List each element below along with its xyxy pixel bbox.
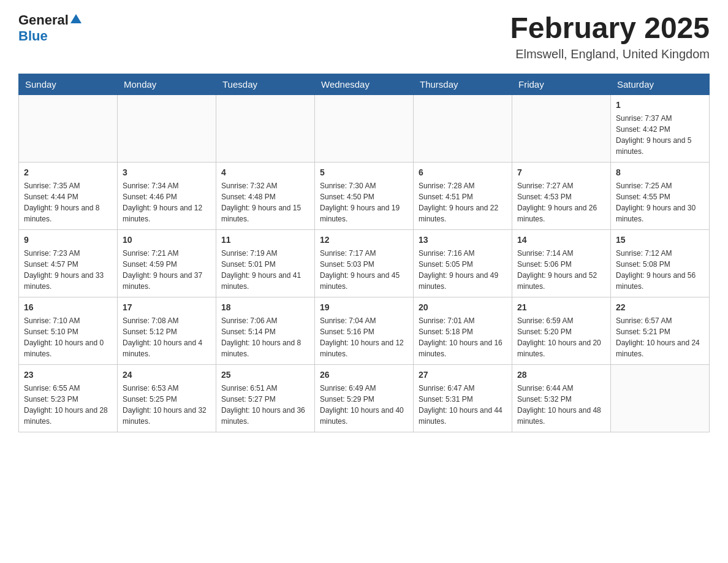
calendar-day-cell: 14Sunrise: 7:14 AM Sunset: 5:06 PM Dayli… (512, 229, 611, 297)
day-number: 27 (419, 369, 507, 381)
calendar-day-cell: 11Sunrise: 7:19 AM Sunset: 5:01 PM Dayli… (216, 229, 315, 297)
day-number: 23 (24, 369, 112, 381)
day-number: 11 (221, 234, 309, 247)
day-of-week-header: Friday (512, 74, 611, 94)
day-number: 5 (320, 166, 408, 179)
day-number: 8 (616, 166, 704, 179)
calendar-day-cell: 24Sunrise: 6:53 AM Sunset: 5:25 PM Dayli… (118, 364, 216, 432)
calendar-day-cell (414, 94, 512, 162)
day-of-week-header: Tuesday (216, 74, 315, 94)
logo-general-text: General (18, 12, 69, 28)
day-number: 21 (517, 301, 605, 314)
day-info: Sunrise: 6:53 AM Sunset: 5:25 PM Dayligh… (123, 383, 211, 427)
day-number: 3 (123, 166, 211, 179)
day-number: 7 (517, 166, 605, 179)
logo-blue-text: Blue (18, 28, 48, 44)
calendar-day-cell: 20Sunrise: 7:01 AM Sunset: 5:18 PM Dayli… (414, 297, 512, 364)
calendar-day-cell: 15Sunrise: 7:12 AM Sunset: 5:08 PM Dayli… (611, 229, 710, 297)
day-info: Sunrise: 7:37 AM Sunset: 4:42 PM Dayligh… (616, 113, 704, 157)
day-info: Sunrise: 7:34 AM Sunset: 4:46 PM Dayligh… (123, 180, 211, 224)
calendar-week-row: 9Sunrise: 7:23 AM Sunset: 4:57 PM Daylig… (19, 229, 710, 297)
calendar-day-cell: 12Sunrise: 7:17 AM Sunset: 5:03 PM Dayli… (315, 229, 414, 297)
day-info: Sunrise: 6:47 AM Sunset: 5:31 PM Dayligh… (419, 383, 507, 427)
day-info: Sunrise: 7:27 AM Sunset: 4:53 PM Dayligh… (517, 180, 605, 224)
day-number: 4 (221, 166, 309, 179)
calendar-week-row: 16Sunrise: 7:10 AM Sunset: 5:10 PM Dayli… (19, 297, 710, 364)
day-info: Sunrise: 7:25 AM Sunset: 4:55 PM Dayligh… (616, 180, 704, 224)
calendar-day-cell: 28Sunrise: 6:44 AM Sunset: 5:32 PM Dayli… (512, 364, 611, 432)
calendar-day-cell: 3Sunrise: 7:34 AM Sunset: 4:46 PM Daylig… (118, 162, 216, 229)
day-info: Sunrise: 6:59 AM Sunset: 5:20 PM Dayligh… (517, 315, 605, 359)
calendar-day-cell: 13Sunrise: 7:16 AM Sunset: 5:05 PM Dayli… (414, 229, 512, 297)
day-info: Sunrise: 7:16 AM Sunset: 5:05 PM Dayligh… (419, 248, 507, 292)
title-block: February 2025 Elmswell, England, United … (510, 12, 710, 61)
day-number: 14 (517, 234, 605, 247)
day-of-week-header: Thursday (414, 74, 512, 94)
day-info: Sunrise: 7:10 AM Sunset: 5:10 PM Dayligh… (24, 315, 112, 359)
day-info: Sunrise: 6:51 AM Sunset: 5:27 PM Dayligh… (221, 383, 309, 427)
calendar-day-cell: 1Sunrise: 7:37 AM Sunset: 4:42 PM Daylig… (611, 94, 710, 162)
calendar-day-cell: 19Sunrise: 7:04 AM Sunset: 5:16 PM Dayli… (315, 297, 414, 364)
calendar-day-cell (118, 94, 216, 162)
logo-triangle-icon (70, 14, 82, 23)
day-info: Sunrise: 7:12 AM Sunset: 5:08 PM Dayligh… (616, 248, 704, 292)
calendar-day-cell: 17Sunrise: 7:08 AM Sunset: 5:12 PM Dayli… (118, 297, 216, 364)
calendar-table: SundayMondayTuesdayWednesdayThursdayFrid… (18, 74, 710, 432)
day-info: Sunrise: 7:14 AM Sunset: 5:06 PM Dayligh… (517, 248, 605, 292)
calendar-week-row: 23Sunrise: 6:55 AM Sunset: 5:23 PM Dayli… (19, 364, 710, 432)
logo: General Blue (18, 12, 82, 44)
calendar-day-cell: 22Sunrise: 6:57 AM Sunset: 5:21 PM Dayli… (611, 297, 710, 364)
day-info: Sunrise: 7:32 AM Sunset: 4:48 PM Dayligh… (221, 180, 309, 224)
day-info: Sunrise: 6:44 AM Sunset: 5:32 PM Dayligh… (517, 383, 605, 427)
day-info: Sunrise: 7:08 AM Sunset: 5:12 PM Dayligh… (123, 315, 211, 359)
day-info: Sunrise: 7:35 AM Sunset: 4:44 PM Dayligh… (24, 180, 112, 224)
day-number: 18 (221, 301, 309, 314)
calendar-day-cell: 8Sunrise: 7:25 AM Sunset: 4:55 PM Daylig… (611, 162, 710, 229)
day-of-week-header: Wednesday (315, 74, 414, 94)
day-number: 19 (320, 301, 408, 314)
day-info: Sunrise: 7:01 AM Sunset: 5:18 PM Dayligh… (419, 315, 507, 359)
day-number: 16 (24, 301, 112, 314)
day-of-week-header: Saturday (611, 74, 710, 94)
calendar-day-cell: 5Sunrise: 7:30 AM Sunset: 4:50 PM Daylig… (315, 162, 414, 229)
calendar-day-cell: 4Sunrise: 7:32 AM Sunset: 4:48 PM Daylig… (216, 162, 315, 229)
calendar-day-cell (19, 94, 118, 162)
day-of-week-header: Sunday (19, 74, 118, 94)
calendar-week-row: 2Sunrise: 7:35 AM Sunset: 4:44 PM Daylig… (19, 162, 710, 229)
calendar-day-cell: 27Sunrise: 6:47 AM Sunset: 5:31 PM Dayli… (414, 364, 512, 432)
calendar-day-cell: 7Sunrise: 7:27 AM Sunset: 4:53 PM Daylig… (512, 162, 611, 229)
day-number: 28 (517, 369, 605, 381)
day-number: 22 (616, 301, 704, 314)
calendar-day-cell: 10Sunrise: 7:21 AM Sunset: 4:59 PM Dayli… (118, 229, 216, 297)
day-number: 13 (419, 234, 507, 247)
day-number: 10 (123, 234, 211, 247)
day-info: Sunrise: 7:23 AM Sunset: 4:57 PM Dayligh… (24, 248, 112, 292)
calendar-day-cell (216, 94, 315, 162)
calendar-day-cell (315, 94, 414, 162)
day-info: Sunrise: 7:30 AM Sunset: 4:50 PM Dayligh… (320, 180, 408, 224)
day-info: Sunrise: 7:21 AM Sunset: 4:59 PM Dayligh… (123, 248, 211, 292)
calendar-week-row: 1Sunrise: 7:37 AM Sunset: 4:42 PM Daylig… (19, 94, 710, 162)
day-number: 6 (419, 166, 507, 179)
day-number: 24 (123, 369, 211, 381)
month-title: February 2025 (510, 12, 710, 45)
calendar-header-row: SundayMondayTuesdayWednesdayThursdayFrid… (19, 74, 710, 94)
calendar-day-cell (512, 94, 611, 162)
calendar-day-cell: 23Sunrise: 6:55 AM Sunset: 5:23 PM Dayli… (19, 364, 118, 432)
calendar-day-cell: 16Sunrise: 7:10 AM Sunset: 5:10 PM Dayli… (19, 297, 118, 364)
day-number: 1 (616, 99, 704, 112)
calendar-day-cell: 18Sunrise: 7:06 AM Sunset: 5:14 PM Dayli… (216, 297, 315, 364)
calendar-day-cell: 6Sunrise: 7:28 AM Sunset: 4:51 PM Daylig… (414, 162, 512, 229)
day-info: Sunrise: 6:55 AM Sunset: 5:23 PM Dayligh… (24, 383, 112, 427)
day-number: 20 (419, 301, 507, 314)
calendar-day-cell: 9Sunrise: 7:23 AM Sunset: 4:57 PM Daylig… (19, 229, 118, 297)
page-header: General Blue February 2025 Elmswell, Eng… (18, 12, 710, 61)
day-number: 9 (24, 234, 112, 247)
day-info: Sunrise: 6:57 AM Sunset: 5:21 PM Dayligh… (616, 315, 704, 359)
day-of-week-header: Monday (118, 74, 216, 94)
day-number: 15 (616, 234, 704, 247)
calendar-day-cell: 25Sunrise: 6:51 AM Sunset: 5:27 PM Dayli… (216, 364, 315, 432)
location-title: Elmswell, England, United Kingdom (510, 47, 710, 61)
calendar-day-cell: 26Sunrise: 6:49 AM Sunset: 5:29 PM Dayli… (315, 364, 414, 432)
day-number: 17 (123, 301, 211, 314)
